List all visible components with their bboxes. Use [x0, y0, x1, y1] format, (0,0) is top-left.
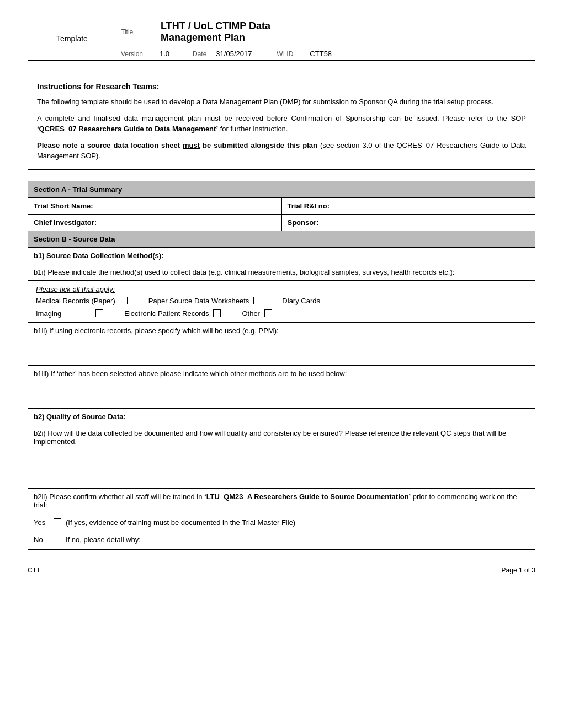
- b1-heading: b1) Source Data Collection Method(s):: [28, 247, 535, 264]
- electronic-records-label: Electronic Patient Records: [124, 309, 209, 318]
- trial-ri-no-label: Trial R&I no:: [282, 197, 535, 214]
- para2-before: A complete and finalised data management…: [37, 114, 526, 122]
- diary-cards-checkbox[interactable]: [325, 297, 332, 304]
- main-document-table: Section A - Trial Summary Trial Short Na…: [28, 181, 535, 550]
- document-title: LTHT / UoL CTIMP Data Management Plan: [155, 17, 305, 47]
- chief-investigator-label: Chief Investigator:: [28, 214, 282, 231]
- para3-after: be submitted alongside this plan: [200, 141, 317, 149]
- b2i-cell: b2i) How will the data collected be docu…: [28, 425, 535, 488]
- para3-underline: must: [183, 141, 200, 149]
- other-label: Other: [242, 309, 260, 318]
- b2ii-before: b2ii) Please confirm whether all staff w…: [34, 493, 204, 501]
- electronic-records-checkbox[interactable]: [213, 309, 221, 317]
- checkbox-row-1: Medical Records (Paper) Paper Source Dat…: [36, 297, 527, 305]
- para2-bold: ‘QCRES_07 Researchers Guide to Data Mana…: [37, 125, 218, 133]
- instructions-box: Instructions for Research Teams: The fol…: [28, 74, 535, 170]
- b2ii-text: b2ii) Please confirm whether all staff w…: [34, 493, 529, 509]
- no-row: No If no, please detail why:: [34, 534, 529, 545]
- b1ii-row: b1ii) If using electronic records, pleas…: [28, 322, 535, 365]
- b1-heading-row: b1) Source Data Collection Method(s):: [28, 247, 535, 264]
- medical-records-checkbox[interactable]: [120, 297, 128, 304]
- instructions-para2: A complete and finalised data management…: [37, 113, 526, 135]
- yes-checkbox[interactable]: [54, 518, 61, 526]
- no-detail: If no, please detail why:: [66, 536, 141, 544]
- b1iii-row: b1iii) If ‘other’ has been selected abov…: [28, 365, 535, 408]
- section-a-header: Section A - Trial Summary: [28, 181, 535, 197]
- b1ii-blank-space: [34, 335, 529, 361]
- b2i-blank-space: [34, 446, 529, 484]
- yes-detail: (If yes, evidence of training must be do…: [66, 518, 295, 527]
- b1ii-cell: b1ii) If using electronic records, pleas…: [28, 322, 535, 365]
- b1iii-blank-space: [34, 378, 529, 404]
- b1ii-text: b1ii) If using electronic records, pleas…: [34, 326, 529, 335]
- footer-right: Page 1 of 3: [502, 566, 535, 574]
- checkboxes-row: Please tick all that apply: Medical Reco…: [28, 280, 535, 322]
- checkboxes-cell: Please tick all that apply: Medical Reco…: [28, 280, 535, 322]
- wi-id-label: WI ID: [272, 47, 305, 61]
- b2i-row: b2i) How will the data collected be docu…: [28, 425, 535, 488]
- b1iii-cell: b1iii) If ‘other’ has been selected abov…: [28, 365, 535, 408]
- paper-source-label: Paper Source Data Worksheets: [148, 297, 249, 305]
- instructions-para3: Please note a source data location sheet…: [37, 140, 526, 162]
- trial-short-name-label: Trial Short Name:: [28, 197, 282, 214]
- b2-heading-row: b2) Quality of Source Data:: [28, 408, 535, 425]
- para3-before: Please note a source data location sheet: [37, 141, 183, 149]
- please-tick-text: Please tick all that apply:: [36, 285, 115, 293]
- wi-id-value: CTT58: [305, 47, 535, 61]
- instructions-para1: The following template should be used to…: [37, 97, 526, 108]
- title-label: Title: [116, 17, 155, 47]
- imaging-label: Imaging: [36, 309, 61, 318]
- paper-source-checkbox[interactable]: [253, 297, 261, 304]
- imaging-checkbox[interactable]: [95, 309, 103, 317]
- investigator-sponsor-row: Chief Investigator: Sponsor:: [28, 214, 535, 231]
- yes-label: Yes: [34, 518, 49, 527]
- b1i-text: b1i) Please indicate the method(s) used …: [28, 264, 535, 280]
- template-label: Template: [28, 17, 116, 61]
- b2-heading: b2) Quality of Source Data:: [28, 408, 535, 425]
- please-tick-label: Please tick all that apply:: [36, 285, 527, 293]
- b2ii-bold: ‘LTU_QM23_A Researchers Guide to Source …: [204, 493, 411, 501]
- section-b-header: Section B - Source Data: [28, 231, 535, 247]
- b2ii-spacer: [34, 509, 529, 517]
- medical-records-label: Medical Records (Paper): [36, 297, 115, 305]
- no-label: No: [34, 536, 49, 544]
- no-checkbox[interactable]: [54, 536, 61, 543]
- version-label: Version: [116, 47, 155, 61]
- header-table: Template Title LTHT / UoL CTIMP Data Man…: [28, 17, 535, 61]
- instructions-heading: Instructions for Research Teams:: [37, 82, 526, 91]
- yes-row: Yes (If yes, evidence of training must b…: [34, 517, 529, 528]
- sponsor-label: Sponsor:: [282, 214, 535, 231]
- date-label: Date: [188, 47, 211, 61]
- date-value: 31/05/2017: [211, 47, 272, 61]
- b1i-row: b1i) Please indicate the method(s) used …: [28, 264, 535, 280]
- diary-cards-label: Diary Cards: [282, 297, 320, 305]
- section-a-header-row: Section A - Trial Summary: [28, 181, 535, 197]
- b2i-text: b2i) How will the data collected be docu…: [34, 429, 529, 446]
- b1iii-text: b1iii) If ‘other’ has been selected abov…: [34, 370, 529, 378]
- para2-after: for further instruction.: [218, 125, 288, 133]
- section-b-header-row: Section B - Source Data: [28, 231, 535, 247]
- footer: CTT Page 1 of 3: [28, 566, 535, 574]
- version-value: 1.0: [155, 47, 188, 61]
- b2ii-cell: b2ii) Please confirm whether all staff w…: [28, 488, 535, 549]
- footer-left: CTT: [28, 566, 40, 574]
- trial-names-row: Trial Short Name: Trial R&I no:: [28, 197, 535, 214]
- checkbox-row-2: Imaging Electronic Patient Records Other: [36, 309, 527, 318]
- yn-spacer: [34, 528, 529, 534]
- other-checkbox[interactable]: [264, 309, 272, 317]
- b2ii-row: b2ii) Please confirm whether all staff w…: [28, 488, 535, 549]
